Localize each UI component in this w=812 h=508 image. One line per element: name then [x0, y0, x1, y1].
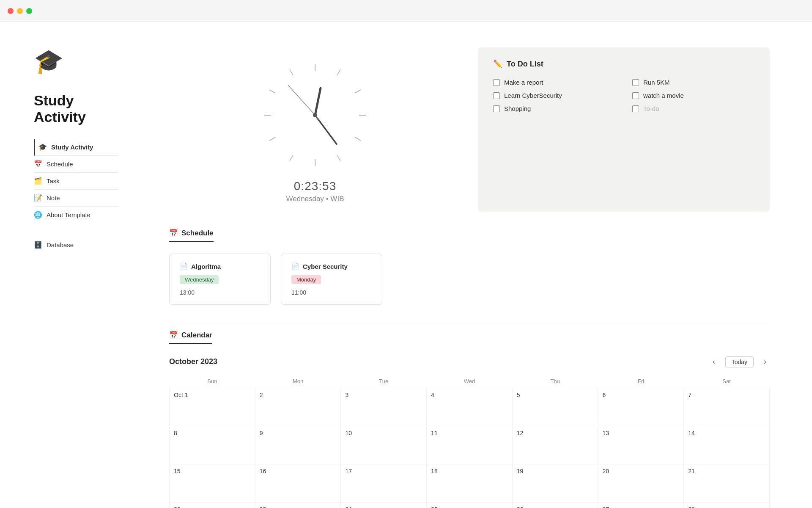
calendar-day-header-wed: Wed — [427, 375, 513, 388]
calendar-day-header-tue: Tue — [341, 375, 427, 388]
todo-checkbox-4[interactable] — [632, 92, 639, 99]
clock-date: Wednesday • WIB — [286, 195, 344, 203]
svg-line-8 — [269, 137, 275, 141]
todo-checkbox-5[interactable] — [493, 105, 500, 112]
calendar-day-cell[interactable]: 17 — [341, 464, 427, 502]
sidebar-item-label: Schedule — [47, 160, 73, 168]
maximize-button[interactable] — [26, 8, 32, 14]
calendar-day-cell[interactable]: Oct 1 — [170, 388, 255, 426]
sidebar-item-label: Study Activity — [51, 144, 93, 151]
calendar-day-cell[interactable]: 10 — [341, 426, 427, 464]
calendar-day-number: 27 — [603, 506, 609, 508]
calendar-day-cell[interactable]: 3 — [341, 388, 427, 426]
calendar-day-cell[interactable]: 2 — [255, 388, 341, 426]
schedule-card-title: 📄 Cyber Security — [291, 262, 372, 270]
database-label: Database — [47, 241, 74, 248]
calendar-day-number: 21 — [688, 468, 695, 475]
calendar-day-cell[interactable]: 7 — [684, 388, 770, 426]
calendar-day-cell[interactable]: 6 — [598, 388, 684, 426]
sidebar-item-note[interactable]: 📝 Note — [34, 190, 118, 207]
svg-line-7 — [290, 155, 293, 161]
calendar-day-cell[interactable]: 23 — [255, 502, 341, 508]
todo-checkbox-2[interactable] — [632, 79, 639, 86]
calendar-day-header-sun: Sun — [170, 375, 255, 388]
calendar-day-number: 22 — [174, 506, 181, 508]
todo-checkbox-1[interactable] — [493, 79, 500, 86]
calendar-day-header-mon: Mon — [255, 375, 341, 388]
todo-item: Shopping — [493, 105, 615, 112]
schedule-card-name: Cyber Security — [303, 263, 348, 270]
calendar-day-number: 12 — [517, 430, 524, 436]
close-button[interactable] — [8, 8, 14, 14]
schedule-icon: 📅 — [34, 160, 42, 168]
sidebar-item-task[interactable]: 🗂️ Task — [34, 173, 118, 190]
calendar-day-cell[interactable]: 28 — [684, 502, 770, 508]
calendar-day-cell[interactable]: 16 — [255, 464, 341, 502]
database-icon: 🗄️ — [34, 241, 42, 249]
calendar-day-cell[interactable]: 20 — [598, 464, 684, 502]
calendar-day-cell[interactable]: 4 — [427, 388, 513, 426]
todo-item: Make a report — [493, 79, 615, 86]
calendar-day-number: 23 — [260, 506, 266, 508]
calendar-day-cell[interactable]: 5 — [512, 388, 598, 426]
todo-item-label: Run 5KM — [643, 79, 670, 86]
calendar-day-cell[interactable]: 22 — [170, 502, 255, 508]
calendar-day-cell[interactable]: 24 — [341, 502, 427, 508]
calendar-day-cell[interactable]: 15 — [170, 464, 255, 502]
calendar-day-cell[interactable]: 11 — [427, 426, 513, 464]
calendar-day-cell[interactable]: 14 — [684, 426, 770, 464]
calendar-next-button[interactable]: › — [760, 356, 770, 368]
calendar-day-cell[interactable]: 9 — [255, 426, 341, 464]
calendar-day-number: 17 — [345, 468, 352, 475]
todo-icon: ✏️ — [493, 59, 502, 69]
calendar-day-cell[interactable]: 27 — [598, 502, 684, 508]
calendar-day-number: 11 — [431, 430, 438, 436]
sidebar-item-about-template[interactable]: 🌐 About Template — [34, 207, 118, 223]
todo-item-label: Shopping — [504, 105, 531, 112]
calendar-day-cell[interactable]: 18 — [427, 464, 513, 502]
calendar-day-cell[interactable]: 21 — [684, 464, 770, 502]
todo-checkbox-6[interactable] — [632, 105, 639, 112]
todo-item-label: Learn CyberSecurity — [504, 92, 562, 99]
sidebar-database[interactable]: 🗄️ Database — [34, 237, 118, 253]
sidebar-item-schedule[interactable]: 📅 Schedule — [34, 156, 118, 173]
svg-line-4 — [355, 137, 361, 141]
svg-line-10 — [269, 90, 275, 93]
calendar-day-cell[interactable]: 8 — [170, 426, 255, 464]
calendar-day-number: 5 — [517, 392, 520, 398]
calendar-day-number: 7 — [688, 392, 691, 398]
calendar-section: 📅 Calendar October 2023 ‹ Today › Sun Mo… — [169, 322, 770, 508]
calendar-day-number: 16 — [260, 468, 266, 475]
calendar-day-number: 28 — [688, 506, 695, 508]
sidebar-item-label: Task — [47, 177, 60, 185]
minimize-button[interactable] — [17, 8, 23, 14]
calendar-day-number: 4 — [431, 392, 434, 398]
calendar-day-cell[interactable]: 26 — [512, 502, 598, 508]
calendar-day-cell[interactable]: 25 — [427, 502, 513, 508]
calendar-day-number: 26 — [517, 506, 524, 508]
about-icon: 🌐 — [34, 211, 42, 219]
calendar-today-button[interactable]: Today — [725, 356, 754, 367]
calendar-day-number: 13 — [603, 430, 609, 436]
calendar-tab[interactable]: 📅 Calendar — [169, 331, 212, 344]
todo-grid: Make a report Run 5KM Learn CyberSecurit… — [493, 79, 754, 112]
app-container: 🎓 Study Activity 🎓 Study Activity 📅 Sche… — [0, 22, 812, 508]
clock-section: 0:23:53 Wednesday • WIB — [169, 47, 461, 212]
sidebar-item-study-activity[interactable]: 🎓 Study Activity — [34, 139, 118, 156]
todo-checkbox-3[interactable] — [493, 92, 500, 99]
calendar-prev-button[interactable]: ‹ — [709, 356, 719, 368]
calendar-day-cell[interactable]: 13 — [598, 426, 684, 464]
todo-section: ✏️ To Do List Make a report Run 5KM Lear… — [478, 47, 770, 212]
todo-item: watch a movie — [632, 92, 754, 99]
calendar-day-number: 20 — [603, 468, 609, 475]
note-icon: 📝 — [34, 194, 42, 202]
calendar-day-number: 8 — [174, 430, 177, 436]
svg-line-12 — [315, 88, 321, 115]
calendar-day-cell[interactable]: 19 — [512, 464, 598, 502]
schedule-time: 11:00 — [291, 289, 372, 296]
schedule-card-icon: 📄 — [180, 262, 188, 270]
schedule-card-algoritma: 📄 Algoritma Wednesday 13:00 — [169, 254, 271, 305]
calendar-day-number: 9 — [260, 430, 263, 436]
calendar-day-cell[interactable]: 12 — [512, 426, 598, 464]
schedule-tab[interactable]: 📅 Schedule — [169, 229, 214, 242]
